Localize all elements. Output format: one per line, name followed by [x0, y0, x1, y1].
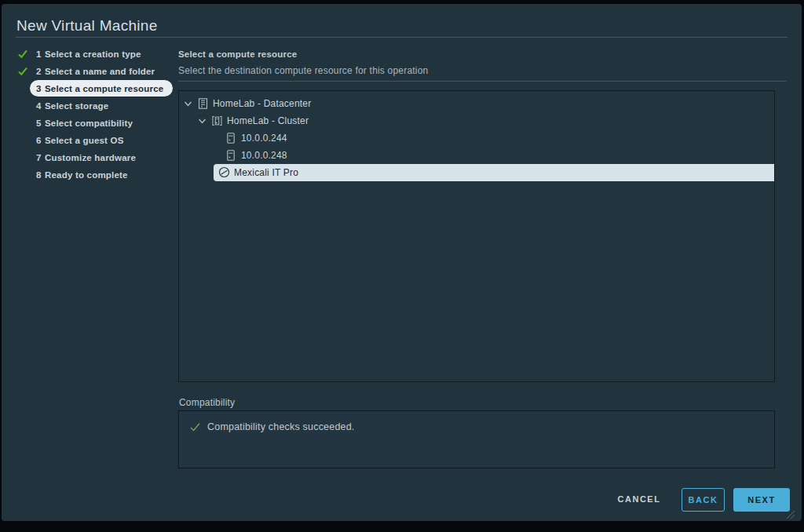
compute-resource-tree: HomeLab - Datacenter HomeLab - Cluster 1…	[178, 90, 775, 382]
step-label: Select a guest OS	[45, 132, 124, 149]
heading-divider	[178, 81, 786, 82]
resize-grip-icon[interactable]	[785, 509, 795, 519]
step-label: Select a name and folder	[45, 63, 155, 80]
step-label: Select compatibility	[45, 115, 133, 132]
tree-row-host-248[interactable]: 10.0.0.248	[179, 147, 774, 164]
check-icon	[18, 67, 27, 76]
tree-row-cluster[interactable]: HomeLab - Cluster	[179, 112, 774, 129]
page-title: New Virtual Machine	[16, 17, 158, 35]
sidebar-step-4[interactable]: 4 Select storage	[2, 97, 178, 115]
host-icon	[226, 150, 236, 161]
step-number: 7	[36, 149, 42, 166]
tree-row-mexicali-selected[interactable]: Mexicali IT Pro	[179, 164, 774, 181]
next-button[interactable]: NEXT	[733, 488, 790, 512]
wizard-steps-sidebar: 1 Select a creation type 2 Select a name…	[2, 46, 178, 184]
tree-node-label: HomeLab - Datacenter	[213, 95, 311, 112]
cancel-button[interactable]: CANCEL	[616, 493, 662, 505]
step-label: Customize hardware	[45, 149, 136, 166]
step-subheading: Select the destination compute resource …	[178, 65, 428, 76]
success-check-icon	[190, 422, 200, 432]
sidebar-step-7[interactable]: 7 Customize hardware	[2, 149, 178, 166]
chevron-down-icon[interactable]	[198, 117, 206, 126]
resource-pool-icon	[218, 166, 230, 178]
tree-row-datacenter[interactable]: HomeLab - Datacenter	[179, 95, 774, 112]
cluster-icon	[212, 115, 222, 126]
tree-node-label: Mexicali IT Pro	[234, 164, 298, 181]
datacenter-icon	[198, 98, 208, 109]
sidebar-step-5[interactable]: 5 Select compatibility	[2, 115, 178, 132]
compatibility-label: Compatibility	[179, 397, 235, 408]
new-vm-wizard-dialog: New Virtual Machine 1 Select a creation …	[2, 4, 802, 521]
title-divider	[16, 37, 788, 38]
host-icon	[226, 133, 236, 144]
tree-node-label: 10.0.0.244	[241, 129, 287, 147]
step-label: Select a compute resource	[45, 80, 163, 97]
tree-row-host-244[interactable]: 10.0.0.244	[179, 129, 774, 147]
step-heading: Select a compute resource	[178, 49, 297, 59]
check-icon	[18, 49, 27, 59]
chevron-down-icon[interactable]	[184, 100, 192, 108]
tree-node-label: 10.0.0.248	[241, 147, 287, 164]
step-number: 1	[36, 46, 42, 63]
step-label: Select storage	[45, 97, 108, 115]
compatibility-message: Compatibility checks succeeded.	[207, 420, 355, 434]
step-label: Ready to complete	[45, 166, 128, 184]
sidebar-step-8[interactable]: 8 Ready to complete	[2, 166, 178, 184]
tree-node-label: HomeLab - Cluster	[227, 112, 309, 129]
step-number: 6	[36, 132, 42, 149]
step-number: 8	[36, 166, 42, 184]
step-number: 3	[36, 80, 42, 97]
step-number: 4	[36, 97, 42, 115]
sidebar-step-6[interactable]: 6 Select a guest OS	[2, 132, 178, 149]
back-button[interactable]: BACK	[682, 488, 725, 512]
compatibility-panel: Compatibility checks succeeded.	[178, 410, 775, 468]
step-number: 2	[36, 63, 42, 80]
sidebar-step-2[interactable]: 2 Select a name and folder	[2, 63, 178, 80]
sidebar-step-3-active[interactable]: 3 Select a compute resource	[2, 80, 178, 97]
sidebar-step-1[interactable]: 1 Select a creation type	[2, 46, 178, 63]
step-label: Select a creation type	[45, 46, 141, 63]
step-number: 5	[36, 115, 42, 132]
